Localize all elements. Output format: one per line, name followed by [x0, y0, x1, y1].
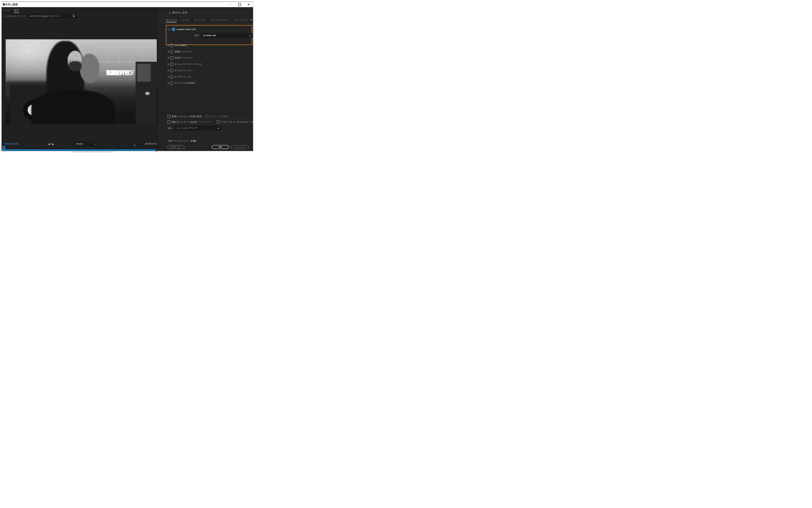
lumetri-checkbox[interactable]	[172, 28, 175, 31]
alpha-only-checkbox[interactable]	[217, 120, 220, 123]
estimated-size-row: 予測ファイルサイズ :6 MB	[168, 139, 196, 142]
metadata-button[interactable]: メタデータ...	[167, 145, 184, 149]
fit-width-icon: ↔	[133, 142, 136, 144]
tab-source[interactable]: ソース	[3, 9, 10, 12]
source-scaling-label: ソースのスケーリング :	[3, 15, 27, 18]
maximize-icon	[238, 3, 241, 6]
estimated-size-value: 6 MB	[191, 140, 196, 142]
playhead-pin-icon	[4, 147, 4, 149]
interpolation-label: 補間 :	[168, 127, 173, 130]
in-point-marker[interactable]	[48, 143, 50, 145]
options-divider	[157, 113, 253, 114]
render-quality-checkbox[interactable]	[168, 115, 171, 118]
zoom-level-select[interactable]: 全体表示	[74, 142, 98, 146]
chevron-down-icon	[217, 127, 219, 129]
titlebar: 書き出し設定 ✕	[2, 2, 253, 7]
chevron-right-icon[interactable]	[167, 44, 169, 46]
tab-effects-underline	[166, 22, 177, 23]
header-rule	[182, 12, 251, 13]
effect-row[interactable]: ビデオリミッター	[167, 75, 247, 79]
estimated-size-label: 予測ファイルサイズ :	[168, 140, 190, 142]
panel-splitter[interactable]	[73, 14, 74, 17]
effect-label: タイムコードオーバーレイ	[175, 63, 202, 66]
lumetri-header-row[interactable]: Lumetri Look / LUT	[169, 28, 196, 31]
tab-video[interactable]: ビデオ	[182, 19, 189, 22]
overlay-line: STARS	[106, 69, 129, 77]
chevron-right-icon[interactable]	[167, 51, 169, 53]
settings-tab-strip: エフェクト ビデオ オーディオ マルチプレクサー キャプション »	[163, 17, 253, 23]
work-area-start-handle[interactable]	[2, 151, 4, 152]
photo-roof-rack	[95, 47, 157, 62]
tab-audio[interactable]: オーディオ	[194, 19, 206, 22]
source-range-select[interactable]: クリップ全体	[72, 152, 114, 152]
interpolation-select[interactable]: フレームサンプリング	[175, 126, 221, 130]
current-timecode[interactable]: 00:00:00:00	[5, 142, 18, 145]
apply-label: 適用:	[194, 34, 199, 37]
work-area-end-handle[interactable]	[154, 151, 157, 152]
effect-rule	[198, 83, 247, 83]
lumetri-rule	[196, 29, 247, 30]
effect-checkbox[interactable]	[170, 44, 173, 47]
tab-overflow-icon[interactable]: »	[250, 18, 252, 21]
effect-label: タイムチューナー	[175, 69, 193, 72]
export-settings-dialog: 書き出し設定 ✕ ソース 出力 ソースのスケーリング : 出力サイズに合わせてス…	[1, 1, 253, 151]
effect-label: 画像オーバーレイ	[175, 50, 193, 53]
effect-row[interactable]: 画像オーバーレイ	[167, 50, 247, 54]
tab-output[interactable]: 出力	[14, 9, 19, 12]
tab-multiplexer[interactable]: マルチプレクサー	[211, 19, 229, 22]
lumetri-label: Lumetri Look / LUT	[177, 28, 196, 31]
photo-door-highlight	[145, 92, 149, 95]
export-settings-header[interactable]: 書き出し設定	[173, 11, 188, 14]
chevron-down-icon	[95, 143, 97, 145]
effect-rule	[196, 58, 247, 58]
effect-checkbox[interactable]	[170, 82, 173, 85]
close-button[interactable]: ✕	[246, 2, 252, 7]
chevron-right-icon[interactable]	[167, 76, 169, 78]
aspect-ratio-correction-button[interactable]: ↔	[132, 142, 137, 146]
fit-square-icon	[133, 144, 135, 146]
tab-captions[interactable]: キャプション	[234, 19, 249, 22]
scrubber-start-notch	[3, 149, 3, 151]
tab-output-underline	[14, 12, 19, 13]
start-timecode-label: 開始タイムコードを設定	[172, 121, 197, 123]
effect-checkbox[interactable]	[170, 69, 173, 72]
ok-button[interactable]: OK	[212, 145, 229, 149]
effect-row[interactable]: 名前オーバーレイ	[167, 56, 247, 60]
out-point-marker[interactable]	[52, 143, 54, 145]
start-timecode-value: 00:00:00:00	[199, 121, 211, 123]
render-quality-label: 最高レンダリング品質を使用	[172, 115, 202, 118]
tab-effects[interactable]: エフェクト	[166, 19, 178, 22]
dialog-title: 書き出し設定	[3, 3, 18, 6]
minimize-button[interactable]	[228, 2, 233, 7]
effect-label: SDR 最適化	[175, 44, 187, 47]
photo-vehicle-window	[137, 64, 151, 82]
effect-row[interactable]: ラウドネスの正規化	[167, 81, 247, 85]
timeline-scrubber[interactable]	[2, 149, 155, 151]
effect-checkbox[interactable]	[170, 56, 173, 59]
chevron-right-icon[interactable]	[167, 82, 169, 84]
start-timecode-checkbox[interactable]	[168, 120, 171, 123]
maximize-button[interactable]	[237, 2, 242, 7]
effect-checkbox[interactable]	[170, 75, 173, 79]
interpolation-value: フレームサンプリング	[177, 127, 198, 129]
effect-label: ラウドネスの正規化	[175, 82, 195, 84]
start-timecode-row: 開始タイムコードを設定 00:00:00:00 アルファチャンネルのみレンダリ	[168, 120, 253, 123]
use-previews-checkbox	[205, 115, 208, 118]
minimize-icon	[229, 4, 232, 5]
chevron-right-icon[interactable]	[167, 57, 169, 59]
effect-row[interactable]: タイムチューナー	[167, 69, 247, 73]
use-previews-label: プレビューを使用	[209, 115, 228, 118]
photo-man-jacket	[31, 90, 115, 124]
effect-row[interactable]: タイムコードオーバーレイ	[167, 62, 247, 66]
effect-row[interactable]: SDR 最適化	[167, 43, 247, 47]
effect-checkbox[interactable]	[170, 63, 173, 66]
effect-label: 名前オーバーレイ	[175, 56, 193, 59]
chevron-right-icon[interactable]	[167, 70, 169, 72]
chevron-right-icon[interactable]	[167, 63, 169, 65]
lut-select[interactable]: SL NOIR LDR	[201, 33, 253, 38]
preview-panel: ソース 出力 ソースのスケーリング : 出力サイズに合わせてスケール	[2, 7, 157, 151]
video-preview[interactable]: LEAVE YOUR FOOTPRINT AMONG THE STARS	[6, 39, 157, 124]
effect-checkbox[interactable]	[170, 50, 173, 53]
source-scaling-select[interactable]: 出力サイズに合わせてスケール	[28, 14, 77, 18]
cancel-button[interactable]: キャンセル	[231, 145, 249, 149]
